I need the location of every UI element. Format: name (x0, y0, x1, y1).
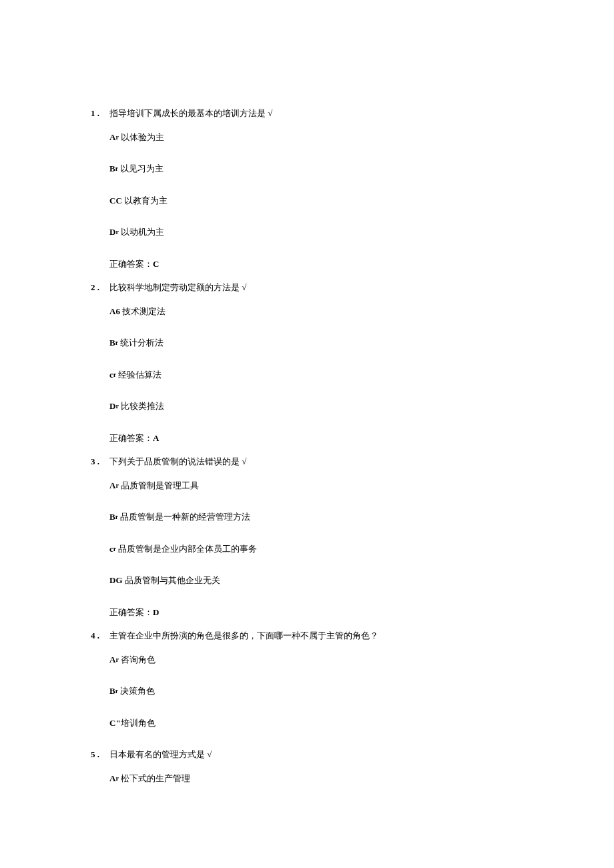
option-label: A6 (109, 306, 120, 316)
question-text: 比较科学地制定劳动定额的方法是 √ (109, 281, 523, 294)
question-text: 主管在企业中所扮演的角色是很多的，下面哪一种不属于主管的角色？ (109, 629, 523, 642)
option-label: A (109, 655, 115, 665)
option-a: Ar 以体验为主 (109, 131, 523, 144)
answer-label: 正确答案： (109, 433, 153, 443)
question-number: 3 . (91, 455, 109, 468)
option-text: 以教育为主 (122, 195, 168, 205)
option-d: Dr 以动机为主 (109, 226, 523, 239)
question-number: 2 . (91, 281, 109, 294)
option-text: 决策角色 (118, 686, 155, 696)
option-label: D (109, 401, 115, 411)
option-text: 品质管制是企业内部全体员工的事务 (116, 544, 257, 554)
option-d: Dr 比较类推法 (109, 400, 523, 413)
question-text: 日本最有名的管理方式是 √ (109, 748, 523, 761)
option-b: Br 以见习为主 (109, 162, 523, 175)
option-label: B (109, 163, 115, 173)
option-c: CC 以教育为主 (109, 194, 523, 207)
option-a: Ar 咨询角色 (109, 653, 523, 667)
question-number: 4 . (91, 629, 109, 642)
answer-line: 正确答案：C (109, 258, 523, 271)
answer-label: 正确答案： (109, 607, 153, 617)
question-block: 2 . 比较科学地制定劳动定额的方法是 √ A6 技术测定法 Br 统计分析法 … (91, 281, 523, 444)
answer-value: C (153, 259, 159, 269)
option-b: Br 品质管制是一种新的经营管理方法 (109, 510, 523, 524)
answer-value: D (153, 607, 159, 617)
option-label: A (109, 480, 115, 490)
answer-value: A (153, 433, 159, 443)
option-text: 经验估算法 (116, 370, 162, 380)
question-number: 1 . (91, 107, 109, 120)
question-line: 3 . 下列关于品质管制的说法错误的是 √ (91, 455, 523, 468)
option-c: cr 品质管制是企业内部全体员工的事务 (109, 542, 523, 556)
option-d: DG 品质管制与其他企业无关 (109, 574, 523, 587)
option-a: A6 技术测定法 (109, 305, 523, 318)
option-text: 松下式的生产管理 (119, 773, 190, 783)
option-label: D (109, 227, 115, 237)
option-c: cr 经验估算法 (109, 368, 523, 382)
option-a: Ar 松下式的生产管理 (109, 772, 523, 785)
option-text: 比较类推法 (119, 401, 164, 411)
option-text: 品质管制是一种新的经营管理方法 (118, 512, 250, 522)
option-label: B (109, 512, 115, 522)
question-block: 5 . 日本最有名的管理方式是 √ Ar 松下式的生产管理 (91, 748, 523, 785)
question-line: 1 . 指导培训下属成长的最基本的培训方法是 √ (91, 107, 523, 120)
question-block: 1 . 指导培训下属成长的最基本的培训方法是 √ Ar 以体验为主 Br 以见习… (91, 107, 523, 270)
option-text: 技术测定法 (120, 306, 166, 316)
question-text: 下列关于品质管制的说法错误的是 √ (109, 455, 523, 468)
option-text: 统计分析法 (118, 338, 164, 348)
answer-line: 正确答案：A (109, 432, 523, 445)
document-page: 1 . 指导培训下属成长的最基本的培训方法是 √ Ar 以体验为主 Br 以见习… (0, 0, 614, 868)
option-text: 培训角色 (121, 718, 156, 728)
question-number: 5 . (91, 748, 109, 761)
option-text: 以动机为主 (119, 227, 164, 237)
option-c: C"培训角色 (109, 717, 523, 730)
option-label: C" (109, 718, 121, 728)
option-text: 品质管制与其他企业无关 (123, 575, 220, 585)
option-b: Br 统计分析法 (109, 336, 523, 350)
question-block: 3 . 下列关于品质管制的说法错误的是 √ Ar 品质管制是管理工具 Br 品质… (91, 455, 523, 618)
question-block: 4 . 主管在企业中所扮演的角色是很多的，下面哪一种不属于主管的角色？ Ar 咨… (91, 629, 523, 729)
option-label: B (109, 338, 115, 348)
question-line: 5 . 日本最有名的管理方式是 √ (91, 748, 523, 761)
answer-label: 正确答案： (109, 259, 153, 269)
option-label: A (109, 132, 115, 142)
question-text: 指导培训下属成长的最基本的培训方法是 √ (109, 107, 523, 120)
question-line: 2 . 比较科学地制定劳动定额的方法是 √ (91, 281, 523, 294)
answer-line: 正确答案：D (109, 606, 523, 619)
question-line: 4 . 主管在企业中所扮演的角色是很多的，下面哪一种不属于主管的角色？ (91, 629, 523, 642)
option-label: CC (109, 195, 122, 205)
option-a: Ar 品质管制是管理工具 (109, 479, 523, 492)
option-label: B (109, 686, 115, 696)
option-text: 品质管制是管理工具 (119, 480, 199, 490)
option-b: Br 决策角色 (109, 685, 523, 698)
option-text: 咨询角色 (119, 655, 156, 665)
option-label: A (109, 773, 115, 783)
option-text: 以体验为主 (119, 132, 164, 142)
option-label: DG (109, 575, 123, 585)
option-text: 以见习为主 (118, 163, 164, 173)
